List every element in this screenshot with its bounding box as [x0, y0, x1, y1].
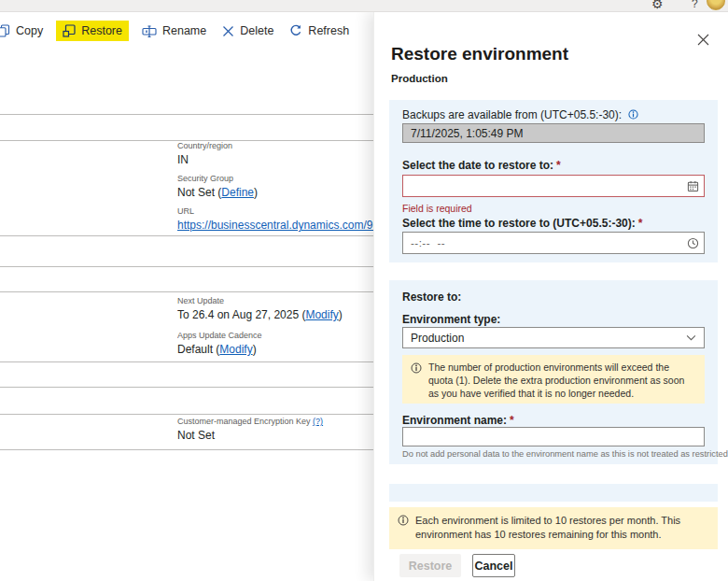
empty-section-strip [389, 484, 718, 502]
refresh-button[interactable]: Refresh [287, 21, 352, 41]
backups-available-label: Backups are available from (UTC+05.5:-30… [402, 108, 622, 121]
field-apps-update-cadence: Apps Update Cadence Default (Modify) [177, 331, 375, 356]
info-icon [398, 515, 409, 526]
field-required-error: Field is required [402, 203, 472, 214]
time-label: Select the time to restore to (UTC+05.5:… [402, 217, 636, 230]
restore-button-toolbar[interactable]: Restore [56, 21, 129, 41]
divider-line [0, 114, 375, 115]
environment-type-select[interactable]: Production [402, 327, 705, 348]
info-icon[interactable] [628, 109, 638, 120]
field-country-region: Country/region IN [177, 141, 375, 166]
refresh-icon [289, 24, 302, 37]
country-region-value: IN [177, 153, 375, 166]
copy-icon [0, 24, 10, 37]
environment-name-hint: Do not add personal data to the environm… [402, 449, 728, 459]
field-url: URL https://businesscentral.dynamics.com… [177, 206, 375, 232]
calendar-icon[interactable] [681, 176, 704, 196]
gear-icon[interactable]: ⚙ [651, 0, 664, 11]
panel-title: Restore environment [391, 44, 568, 64]
divider-line [0, 449, 375, 450]
divider-line [0, 266, 375, 267]
cadence-value-close: ) [253, 343, 257, 356]
close-button[interactable] [694, 31, 711, 48]
delete-icon [222, 25, 234, 37]
rename-button[interactable]: Rename [139, 21, 209, 41]
define-link[interactable]: Define [221, 186, 254, 199]
security-group-value: Not Set ( [177, 186, 221, 199]
field-next-update: Next Update To 26.4 on Aug 27, 2025 (Mod… [177, 296, 375, 321]
rename-icon [142, 25, 157, 37]
required-asterisk: * [510, 414, 514, 427]
avatar[interactable] [707, 0, 725, 10]
field-encryption-key: Customer-managed Encryption Key (?) Not … [177, 417, 375, 442]
delete-button[interactable]: Delete [219, 21, 276, 41]
quota-warning-box: The number of production environments wi… [402, 355, 705, 404]
restore-limit-note-box: Each environment is limited to 10 restor… [389, 507, 718, 549]
url-label: URL [177, 206, 375, 216]
restore-environment-panel: Restore environment Production Backups a… [373, 12, 728, 581]
required-asterisk: * [638, 217, 643, 230]
encryption-key-value: Not Set [177, 429, 375, 442]
encryption-key-label: Customer-managed Encryption Key [177, 417, 311, 426]
restore-limit-note-text: Each environment is limited to 10 restor… [415, 514, 708, 544]
name-input-wrap [402, 427, 705, 446]
app-header-bar: ⚙ ? [0, 0, 728, 12]
backup-selection-section: Backups are available from (UTC+05.5:-30… [389, 100, 718, 262]
environment-type-label: Environment type: [402, 313, 500, 326]
restore-to-section: Restore to: Environment type: Production… [389, 280, 718, 464]
environment-name-input[interactable] [403, 428, 704, 446]
environment-toolbar: Copy Restore Rename Delete Refresh [0, 21, 352, 41]
clock-icon[interactable] [681, 233, 704, 253]
restore-to-heading: Restore to: [402, 290, 461, 304]
modify-cadence-link[interactable]: Modify [219, 343, 252, 356]
copy-button-label: Copy [16, 24, 43, 37]
restore-icon [63, 24, 76, 37]
help-icon[interactable]: ? [692, 0, 698, 10]
close-icon [697, 34, 709, 46]
refresh-button-label: Refresh [308, 24, 349, 37]
restore-time-input[interactable] [403, 233, 681, 253]
time-input-wrap [402, 232, 705, 254]
security-group-value-close: ) [254, 186, 258, 199]
cancel-button[interactable]: Cancel [472, 554, 515, 577]
date-label: Select the date to restore to: [402, 159, 553, 172]
next-update-label: Next Update [177, 296, 375, 305]
country-region-label: Country/region [177, 141, 375, 150]
restore-submit-button[interactable]: Restore [399, 554, 461, 577]
quota-warning-text: The number of production environments wi… [428, 361, 695, 398]
environment-name-label: Environment name: [402, 414, 507, 427]
copy-button[interactable]: Copy [0, 21, 46, 41]
delete-button-label: Delete [240, 24, 273, 37]
restore-button-label: Restore [81, 24, 122, 37]
divider-line [0, 361, 375, 362]
security-group-label: Security Group [177, 174, 375, 183]
next-update-value: To 26.4 on Aug 27, 2025 ( [177, 308, 305, 321]
divider-line [0, 414, 375, 415]
required-asterisk: * [556, 159, 561, 172]
cadence-value: Default ( [177, 343, 219, 356]
divider-line [0, 235, 375, 236]
restore-date-input[interactable] [403, 176, 681, 196]
apps-update-cadence-label: Apps Update Cadence [177, 331, 375, 340]
next-update-value-close: ) [339, 308, 343, 321]
panel-subtitle: Production [391, 73, 448, 84]
date-input-wrap [402, 175, 705, 197]
environment-url-link[interactable]: https://businesscentral.dynamics.com/9ca… [177, 219, 375, 232]
backups-available-input [402, 123, 705, 143]
encryption-key-help-link[interactable]: (?) [313, 417, 323, 426]
info-icon [411, 362, 422, 374]
divider-line [0, 291, 375, 292]
rename-button-label: Rename [162, 24, 206, 37]
modify-next-update-link[interactable]: Modify [305, 308, 338, 321]
field-security-group: Security Group Not Set (Define) [177, 174, 375, 199]
chevron-down-icon [686, 334, 696, 341]
environment-type-value: Production [411, 332, 686, 345]
divider-line [0, 387, 375, 388]
